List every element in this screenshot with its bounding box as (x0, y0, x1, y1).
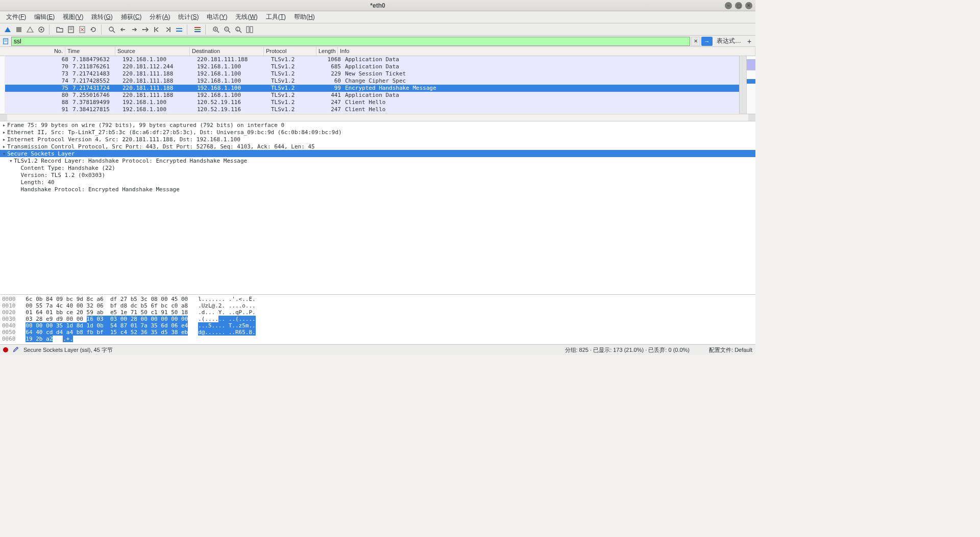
restart-capture-button[interactable] (24, 24, 36, 35)
detail-tree-row[interactable]: Handshake Protocol: Encrypted Handshake … (0, 186, 755, 193)
packet-row[interactable]: 917.384127815192.168.1.100120.52.19.116T… (0, 106, 755, 113)
svg-text:1: 1 (237, 28, 239, 31)
reload-button[interactable] (88, 24, 99, 35)
menu-item[interactable]: 无线(W) (231, 11, 261, 23)
go-back-button[interactable] (117, 24, 129, 35)
menu-item[interactable]: 分析(A) (145, 11, 174, 23)
add-filter-button[interactable]: + (745, 37, 753, 46)
menu-item[interactable]: 帮助(H) (290, 11, 319, 23)
detail-tree-row[interactable]: ▸Ethernet II, Src: Tp-LinkT_27:b5:3c (8c… (0, 129, 755, 136)
status-packet-counts: 分组: 825 · 已显示: 173 (21.0%) · 已丢弃: 0 (0.0… (565, 346, 690, 354)
column-header[interactable]: Source (115, 47, 190, 56)
packet-list-pane[interactable]: No.TimeSourceDestinationProtocolLengthIn… (0, 47, 755, 121)
menu-item[interactable]: 文件(F) (2, 11, 30, 23)
packet-row[interactable]: 687.188479632192.168.1.100220.181.111.18… (0, 56, 755, 63)
detail-tree-row[interactable]: Length: 40 (0, 178, 755, 186)
column-header[interactable]: No. (0, 47, 65, 56)
bytes-row[interactable]: 0000 6c 0b 84 09 bc 9d 8c a6 df 27 b5 3c… (2, 296, 753, 302)
menu-item[interactable]: 编辑(E) (30, 11, 59, 23)
resize-columns-button[interactable] (244, 24, 255, 35)
colorize-button[interactable] (192, 24, 203, 35)
menu-item[interactable]: 视图(V) (59, 11, 87, 23)
detail-tree-row[interactable]: ▸Transmission Control Protocol, Src Port… (0, 143, 755, 150)
main-toolbar: 1 (0, 23, 755, 36)
packet-row[interactable]: 807.255016746220.181.111.188192.168.1.10… (0, 92, 755, 99)
packet-list-hscroll[interactable] (0, 114, 755, 121)
display-filter-input[interactable] (11, 37, 690, 46)
bytes-row[interactable]: 0060 19 2b a2 .+. (2, 336, 753, 342)
packet-list-header[interactable]: No.TimeSourceDestinationProtocolLengthIn… (0, 47, 755, 56)
zoom-out-button[interactable] (222, 24, 233, 35)
detail-tree-row[interactable]: ▾TLSv1.2 Record Layer: Handshake Protoco… (0, 157, 755, 164)
column-header[interactable]: Time (65, 47, 115, 56)
packet-row[interactable]: 707.211876261220.181.112.244192.168.1.10… (0, 63, 755, 70)
capture-options-button[interactable] (36, 24, 47, 35)
svg-rect-1 (16, 27, 21, 32)
menu-item[interactable]: 跳转(G) (87, 11, 116, 23)
detail-tree-row[interactable]: Content Type: Handshake (22) (0, 164, 755, 171)
start-capture-button[interactable] (2, 24, 13, 35)
auto-scroll-button[interactable] (174, 24, 185, 35)
go-first-button[interactable] (151, 24, 162, 35)
svg-marker-0 (5, 27, 11, 32)
svg-rect-21 (194, 27, 201, 28)
menu-bar: 文件(F)编辑(E)视图(V)跳转(G)捕获(C)分析(A)统计(S)电话(Y)… (0, 11, 755, 23)
column-header[interactable]: Length (316, 47, 338, 56)
svg-rect-35 (250, 27, 253, 33)
zoom-in-button[interactable] (210, 24, 222, 35)
packet-row[interactable]: 747.217428552220.181.111.188192.168.1.10… (0, 78, 755, 85)
packet-row[interactable]: 757.217431724220.181.111.188192.168.1.10… (0, 85, 755, 92)
detail-tree-row[interactable]: ▾Secure Sockets Layer (0, 150, 755, 157)
packet-details-pane[interactable]: ▸Frame 75: 99 bytes on wire (792 bits), … (0, 121, 755, 295)
go-to-packet-button[interactable] (140, 24, 151, 35)
expert-info-button[interactable] (3, 347, 8, 352)
edit-icon[interactable] (12, 346, 19, 353)
open-file-button[interactable] (54, 24, 65, 35)
status-field-info: Secure Sockets Layer (ssl), 45 字节 (23, 346, 113, 354)
svg-line-32 (239, 31, 241, 33)
svg-marker-2 (27, 27, 33, 32)
minimize-button[interactable]: ‒ (725, 2, 732, 9)
menu-item[interactable]: 统计(S) (174, 11, 203, 23)
svg-rect-34 (247, 27, 249, 33)
maximize-button[interactable]: ◻ (735, 2, 742, 9)
bytes-row[interactable]: 0050 64 40 cd d4 a4 b8 fb bf 15 c4 52 36… (2, 329, 753, 336)
column-header[interactable]: Info (338, 47, 755, 56)
titlebar: *eth0 ‒ ◻ ✕ (0, 0, 755, 11)
close-button[interactable]: ✕ (745, 2, 752, 9)
go-forward-button[interactable] (129, 24, 140, 35)
menu-item[interactable]: 工具(T) (262, 11, 290, 23)
close-file-button[interactable] (77, 24, 88, 35)
bytes-row[interactable]: 0040 00 00 00 35 1d 8d 1d 0b 54 87 01 7a… (2, 322, 753, 329)
column-header[interactable]: Protocol (264, 47, 316, 56)
filter-icon (2, 38, 9, 45)
status-bar: Secure Sockets Layer (ssl), 45 字节 分组: 82… (0, 345, 755, 355)
detail-tree-row[interactable]: ▸Internet Protocol Version 4, Src: 220.1… (0, 136, 755, 143)
save-file-button[interactable] (65, 24, 77, 35)
bytes-row[interactable]: 0010 00 55 7a 4c 40 00 32 06 bf d8 dc b5… (2, 302, 753, 309)
bytes-row[interactable]: 0020 01 64 01 bb ce 20 59 ab e5 1e 71 50… (2, 309, 753, 316)
packet-row[interactable]: 887.378189499192.168.1.100120.52.19.116T… (0, 99, 755, 106)
stop-capture-button[interactable] (13, 24, 24, 35)
packet-bytes-pane[interactable]: 0000 6c 0b 84 09 bc 9d 8c a6 df 27 b5 3c… (0, 295, 755, 345)
packet-row[interactable]: 737.217421483220.181.111.188192.168.1.10… (0, 70, 755, 78)
svg-rect-22 (194, 29, 201, 30)
filter-expression-button[interactable]: 表达式… (714, 37, 744, 45)
zoom-reset-button[interactable]: 1 (233, 24, 244, 35)
svg-line-12 (113, 31, 115, 33)
svg-line-25 (217, 31, 219, 33)
menu-item[interactable]: 电话(Y) (203, 11, 231, 23)
clear-filter-button[interactable]: ✕ (691, 37, 700, 46)
svg-point-16 (142, 29, 144, 30)
packet-list-vscroll[interactable] (739, 56, 755, 114)
detail-tree-row[interactable]: ▸Frame 75: 99 bytes on wire (792 bits), … (0, 121, 755, 129)
menu-item[interactable]: 捕获(C) (117, 11, 146, 23)
status-profile[interactable]: 配置文件: Default (709, 346, 752, 354)
bytes-row[interactable]: 0030 03 28 e9 d9 00 00 16 03 03 00 28 00… (2, 316, 753, 322)
detail-tree-row[interactable]: Version: TLS 1.2 (0x0303) (0, 171, 755, 178)
column-header[interactable]: Destination (190, 47, 264, 56)
go-last-button[interactable] (162, 24, 174, 35)
apply-filter-button[interactable]: → (701, 37, 713, 46)
svg-line-29 (228, 31, 230, 33)
find-packet-button[interactable] (106, 24, 117, 35)
